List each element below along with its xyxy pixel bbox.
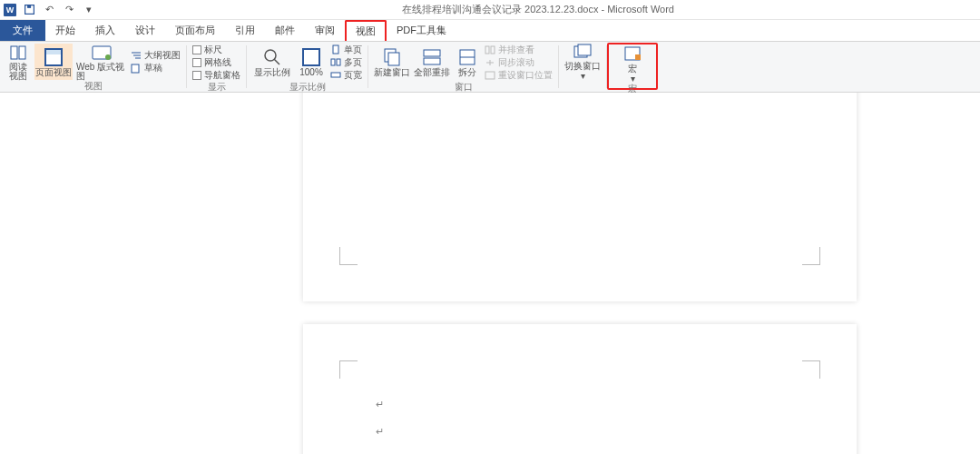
checkbox-icon [192,71,201,80]
zoom-100-button[interactable]: 100% [296,44,327,81]
svg-line-11 [274,59,279,64]
title-bar: W ↶ ↷ ▾ 在线排程培训沟通会议记录 2023.12.23.docx - M… [0,0,980,20]
redo-button[interactable]: ↷ [62,3,76,17]
switch-window-button[interactable]: 切换窗口 ▾ [564,44,601,80]
switch-window-label: 切换窗口 [564,62,601,71]
show-group-label: 显示 [208,81,226,94]
web-icon [92,44,112,62]
tab-file[interactable]: 文件 [0,20,45,41]
svg-rect-22 [485,46,489,54]
gridlines-checkbox[interactable]: 网格线 [192,56,240,68]
checkbox-icon [192,58,201,67]
arrange-icon [422,47,442,67]
svg-rect-28 [635,54,641,60]
group-window: 新建窗口 全部重排 拆分 并排查看 同步滚动 重设窗口位置 窗口 [368,42,558,92]
tab-references[interactable]: 引用 [225,20,265,41]
side-by-side-label: 并排查看 [498,44,534,56]
arrange-all-button[interactable]: 全部重排 [414,44,450,81]
new-window-label: 新建窗口 [374,68,410,77]
switch-window-icon [573,43,593,61]
group-views: 阅读 视图 页面视图 Web 版式视图 大纲视图 草稿 视图 [0,42,186,92]
one-page-label: 单页 [344,44,362,56]
navpane-label: 导航窗格 [204,69,240,82]
print-layout-button[interactable]: 页面视图 [34,44,73,80]
multi-page-button[interactable]: 多页 [330,56,362,68]
svg-rect-15 [331,73,340,77]
tab-review[interactable]: 审阅 [305,20,345,41]
svg-rect-17 [388,53,399,65]
draft-label: 草稿 [144,62,162,74]
quick-access-toolbar: W ↶ ↷ ▾ [0,3,96,17]
zoom-group-label: 显示比例 [289,81,326,94]
tab-view[interactable]: 视图 [345,20,387,41]
page-corner-icon [802,360,820,379]
document-canvas[interactable]: ↵ ↵ ↵ ↵ ↵ ↵ ↵ ↵ [0,93,980,454]
new-window-button[interactable]: 新建窗口 [374,44,410,81]
zoom-button[interactable]: 显示比例 [252,44,292,81]
svg-rect-19 [424,58,440,64]
reset-position-button: 重设窗口位置 [485,69,553,81]
page-width-label: 页宽 [344,69,362,82]
ribbon-tabs: 文件 开始 插入 设计 页面布局 引用 邮件 审阅 视图 PDF工具集 [0,20,980,42]
sync-scroll-label: 同步滚动 [498,56,534,69]
outline-button[interactable]: 大纲视图 [131,50,181,62]
tab-mailings[interactable]: 邮件 [265,20,305,41]
split-label: 拆分 [458,68,476,77]
svg-rect-2 [11,46,17,59]
undo-button[interactable]: ↶ [42,3,56,17]
draft-button[interactable]: 草稿 [131,63,181,74]
svg-rect-18 [424,50,440,56]
tab-design[interactable]: 设计 [125,20,165,41]
macros-label: 宏 [628,64,637,74]
magnifier-icon [262,47,282,67]
paragraph-mark-icon: ↵ [376,426,384,438]
group-switch-window: 切换窗口 ▾ [559,42,606,92]
group-show: 标尺 网格线 导航窗格 显示 [187,42,246,92]
tab-layout[interactable]: 页面布局 [165,20,225,41]
multi-page-label: 多页 [344,56,362,69]
app-icon: W [4,4,16,16]
ruler-checkbox[interactable]: 标尺 [192,44,240,55]
svg-rect-12 [333,45,338,54]
read-mode-button[interactable]: 阅读 视图 [5,44,31,80]
window-title: 在线排程培训沟通会议记录 2023.12.23.docx - Microsoft… [96,3,980,16]
page-icon [44,47,64,67]
chevron-down-icon: ▾ [581,72,585,81]
page-corner-icon [802,247,820,265]
paragraph-mark-icon: ↵ [376,399,384,410]
save-button[interactable] [22,3,36,17]
views-group-label: 视图 [84,80,103,93]
macros-button[interactable]: 宏 ▾ [617,46,648,83]
arrange-label: 全部重排 [414,68,450,77]
sync-scroll-button: 同步滚动 [485,56,553,68]
group-macros: 宏 ▾ 宏 [607,43,658,90]
svg-rect-14 [337,59,340,65]
page-corner-icon [339,360,358,379]
navpane-checkbox[interactable]: 导航窗格 [192,69,240,81]
svg-rect-9 [132,64,139,73]
svg-rect-26 [578,44,591,55]
page-width-button[interactable]: 页宽 [330,69,362,81]
group-zoom: 显示比例 100% 单页 多页 页宽 显示比例 [247,42,368,92]
read-label: 阅读 视图 [9,63,27,81]
svg-rect-3 [19,46,25,59]
window-group-label: 窗口 [455,81,473,94]
svg-rect-1 [27,5,31,8]
svg-rect-13 [331,59,335,65]
svg-point-5 [105,54,111,60]
qat-customize-icon[interactable]: ▾ [82,3,96,17]
tab-pdf[interactable]: PDF工具集 [387,20,456,41]
macros-icon [622,45,642,64]
reset-position-label: 重设窗口位置 [498,69,553,82]
zoom-label: 显示比例 [254,68,290,77]
split-button[interactable]: 拆分 [454,44,481,81]
print-layout-label: 页面视图 [35,68,72,77]
checkbox-icon [192,45,201,54]
tab-home[interactable]: 开始 [45,20,85,41]
tab-insert[interactable]: 插入 [85,20,125,41]
one-page-button[interactable]: 单页 [330,44,362,55]
split-icon [457,47,477,67]
web-layout-button[interactable]: Web 版式视图 [76,44,127,80]
side-by-side-button: 并排查看 [485,44,553,55]
ribbon: 阅读 视图 页面视图 Web 版式视图 大纲视图 草稿 视图 标尺 网格线 导航… [0,42,980,93]
